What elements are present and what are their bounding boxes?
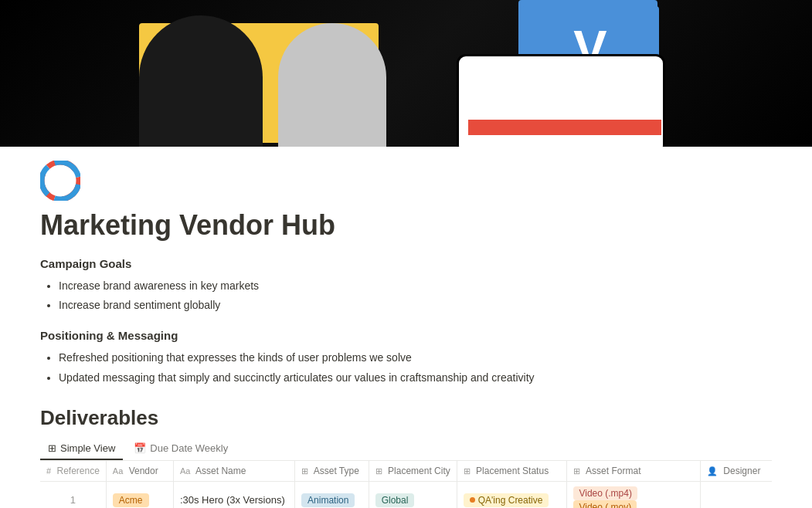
cell-ref: 1 (40, 481, 106, 508)
cell-designer (701, 481, 772, 508)
col-header-asset-name[interactable]: Aa Asset Name (173, 461, 294, 482)
vendor-chip: Acme (113, 493, 149, 507)
view-tabs: ⊞ Simple View 📅 Due Date Weekly (40, 438, 772, 461)
grid-icon-format: ⊞ (573, 466, 580, 476)
col-header-ref[interactable]: # Reference (40, 461, 106, 482)
col-header-vendor[interactable]: Aa Vendor (106, 461, 173, 482)
deliverables-table-wrapper: # Reference Aa Vendor Aa Asset Name ⊞ (40, 461, 772, 508)
positioning-item-2: Updated messaging that simply and succin… (59, 368, 772, 388)
deliverables-section: Deliverables ⊞ Simple View 📅 Due Date We… (40, 406, 772, 508)
status-dot-icon (470, 497, 475, 503)
hash-icon: # (46, 466, 51, 476)
tab-due-date-weekly[interactable]: 📅 Due Date Weekly (126, 438, 236, 460)
col-header-designer[interactable]: 👤 Designer (701, 461, 772, 482)
hero-banner: V (0, 0, 812, 147)
placement-status-chip: QA'ing Creative (464, 493, 549, 507)
col-header-asset-format[interactable]: ⊞ Asset Format (567, 461, 701, 482)
logo-area (40, 161, 772, 203)
col-header-placement-city[interactable]: ⊞ Placement City (369, 461, 457, 482)
cell-vendor: Acme (106, 481, 173, 508)
text-icon-asset: Aa (180, 466, 190, 476)
col-header-placement-status[interactable]: ⊞ Placement Status (457, 461, 567, 482)
col-header-asset-type[interactable]: ⊞ Asset Type (295, 461, 369, 482)
grid-icon-status: ⊞ (464, 466, 471, 476)
cell-placement-status: QA'ing Creative (457, 481, 567, 508)
format-chip: Video (.mp4) (573, 486, 637, 500)
text-icon-vendor: Aa (113, 466, 123, 476)
asset-type-chip: Animation (301, 493, 355, 507)
calendar-icon: 📅 (134, 442, 146, 454)
deliverables-title: Deliverables (40, 406, 772, 430)
cell-asset-format: Video (.mp4)Video (.mov) (567, 481, 701, 508)
table-icon: ⊞ (48, 442, 56, 454)
tab-simple-view[interactable]: ⊞ Simple View (40, 438, 123, 460)
tab-simple-view-label: Simple View (60, 442, 115, 454)
grid-icon-city: ⊞ (375, 466, 382, 476)
cell-asset-name: :30s Hero (3x Versions) (173, 481, 294, 508)
cell-asset-type: Animation (295, 481, 369, 508)
deliverables-table: # Reference Aa Vendor Aa Asset Name ⊞ (40, 461, 772, 508)
table-row[interactable]: 1Acme:30s Hero (3x Versions)AnimationGlo… (40, 481, 772, 508)
campaign-goals-heading: Campaign Goals (40, 257, 772, 270)
tab-due-date-label: Due Date Weekly (150, 442, 228, 454)
positioning-item-1: Refreshed positioning that expresses the… (59, 348, 772, 367)
grid-icon-type: ⊞ (301, 466, 308, 476)
table-header-row: # Reference Aa Vendor Aa Asset Name ⊞ (40, 461, 772, 482)
cell-placement-city: Global (369, 481, 457, 508)
placement-city-chip: Global (375, 493, 415, 507)
logo-icon (40, 161, 80, 201)
table-body: 1Acme:30s Hero (3x Versions)AnimationGlo… (40, 481, 772, 508)
campaign-goal-item-2: Increase brand sentiment globally (59, 296, 772, 315)
positioning-list: Refreshed positioning that expresses the… (40, 348, 772, 387)
format-chip: Video (.mov) (573, 500, 637, 508)
campaign-goals-section: Campaign Goals Increase brand awareness … (40, 257, 772, 315)
person-icon: 👤 (707, 466, 718, 476)
campaign-goals-list: Increase brand awareness in key markets … (40, 276, 772, 315)
page-title: Marketing Vendor Hub (40, 209, 772, 242)
campaign-goal-item-1: Increase brand awareness in key markets (59, 276, 772, 296)
positioning-heading: Positioning & Messaging (40, 329, 772, 342)
positioning-section: Positioning & Messaging Refreshed positi… (40, 329, 772, 387)
svg-point-1 (42, 162, 79, 199)
